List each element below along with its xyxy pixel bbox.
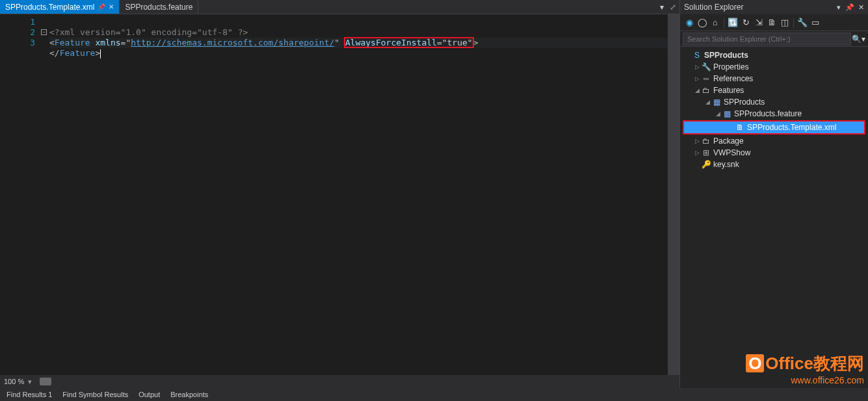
window-position-icon[interactable]: ▾ [837,3,841,11]
tab-breakpoints[interactable]: Breakpoints [165,391,213,398]
tree-node-project[interactable]: SSPProducts [681,49,867,61]
auto-hide-icon[interactable]: 📌 [845,3,854,11]
solution-tree[interactable]: SSPProducts ▷🔧Properties ▷▫▫References ◢… [680,47,868,388]
vertical-scrollbar[interactable] [668,14,679,375]
search-input[interactable] [683,32,851,45]
tab-find-results-1[interactable]: Find Results 1 [1,391,57,398]
panel-title: Solution Explorer [684,3,835,12]
code-content[interactable]: <?xml version="1.0" encoding="utf-8" ?> … [49,14,668,375]
tree-node-template-xml[interactable]: 🗎SPProducts.Template.xml [684,122,864,133]
code-editor[interactable]: 1 2 3 − <?xml version="1.0" encoding="ut… [0,14,679,375]
line-number-gutter: 1 2 3 [0,14,40,375]
tree-node-features[interactable]: ◢🗀Features [681,84,867,96]
tab-spproducts-template-xml[interactable]: SPProducts.Template.xml 📌 ✕ [0,0,120,14]
solution-explorer-title-bar: Solution Explorer ▾ 📌 ✕ [680,0,868,14]
tab-overflow-dropdown[interactable]: ▾ [657,0,666,14]
tree-node-properties[interactable]: ▷🔧Properties [681,61,867,73]
solution-explorer-search: 🔍▾ [680,31,868,47]
solution-explorer-toolbar: ◉ ◯ ⌂ 🔃 ↻ ⇲ 🗎 ◫ 🔧 ▭ [680,14,868,31]
editor-tab-bar: SPProducts.Template.xml 📌 ✕ SPProducts.f… [0,0,679,14]
tree-node-vwpshow[interactable]: ▷⊞VWPShow [681,147,867,159]
sync-icon[interactable]: 🔃 [726,16,739,29]
horizontal-scrollbar[interactable] [36,378,679,385]
tree-node-keysnk[interactable]: 🔑key.snk [681,159,867,170]
tree-node-spproducts[interactable]: ◢▦SPProducts [681,96,867,108]
close-icon[interactable]: ✕ [109,3,114,10]
editor-status-bar: 100 % ▾ [0,375,679,388]
home-icon[interactable]: ⌂ [709,16,722,29]
collapse-all-icon[interactable]: ⇲ [752,16,765,29]
view-icon[interactable]: ▭ [809,16,822,29]
zoom-dropdown-icon[interactable]: ▾ [28,378,36,386]
search-icon[interactable]: 🔍▾ [851,34,865,44]
tab-label: SPProducts.feature [125,3,192,12]
zoom-level[interactable]: 100 % [0,378,28,385]
preview-icon[interactable]: ◫ [778,16,791,29]
show-all-files-icon[interactable]: 🗎 [765,16,778,29]
refresh-icon[interactable]: ↻ [739,16,752,29]
forward-icon[interactable]: ◯ [696,16,709,29]
tree-node-package[interactable]: ▷🗀Package [681,135,867,147]
back-icon[interactable]: ◉ [683,16,696,29]
tree-node-references[interactable]: ▷▫▫References [681,73,867,84]
fold-toggle-icon[interactable]: − [41,29,47,35]
tab-find-symbol-results[interactable]: Find Symbol Results [57,391,133,398]
pin-icon[interactable]: 📌 [98,3,105,10]
tab-spproducts-feature[interactable]: SPProducts.feature [120,0,198,14]
close-panel-icon[interactable]: ✕ [858,3,864,11]
bottom-panel-tabs: Find Results 1 Find Symbol Results Outpu… [0,388,868,401]
tab-output[interactable]: Output [133,391,165,398]
tab-label: SPProducts.Template.xml [5,3,94,12]
full-screen-icon[interactable]: ⤢ [666,0,679,14]
tree-node-template-xml-highlight: 🗎SPProducts.Template.xml [683,120,865,135]
fold-gutter: − [40,14,49,375]
properties-icon[interactable]: 🔧 [796,16,809,29]
tree-node-spproducts-feature[interactable]: ◢▦SPProducts.feature [681,108,867,120]
